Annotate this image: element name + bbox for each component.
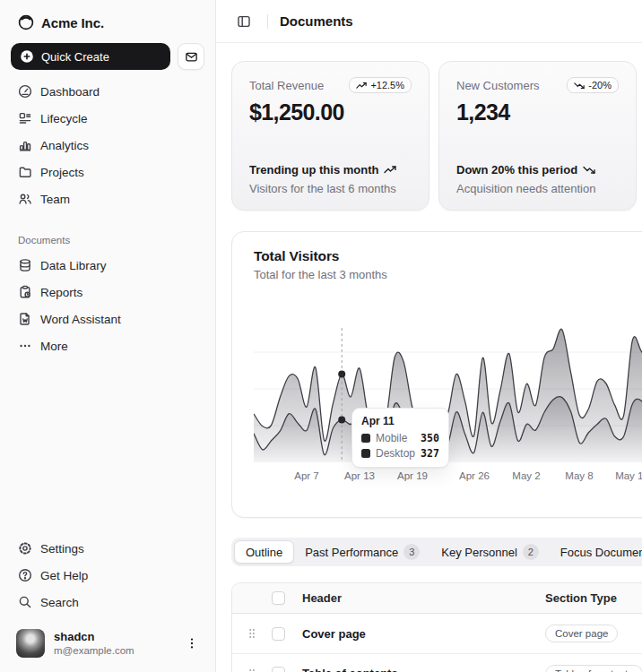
brand[interactable]: Acme Inc. — [11, 9, 204, 36]
sidebar-item-label: Settings — [40, 542, 84, 556]
sidebar-item-word-assistant[interactable]: Word Assistant — [11, 306, 204, 332]
inbox-button[interactable] — [178, 43, 204, 70]
page-title: Documents — [280, 13, 353, 29]
x-tick-label: Apr 26 — [453, 470, 496, 481]
file-icon — [18, 312, 32, 326]
help-icon — [18, 568, 32, 582]
search-icon — [18, 595, 32, 609]
sidebar-item-search[interactable]: Search — [11, 590, 204, 615]
brand-name: Acme Inc. — [41, 15, 104, 30]
users-icon — [18, 192, 32, 206]
tab-past-performance[interactable]: Past Performance 3 — [294, 540, 430, 564]
table-row: Table of contents Table of contents — [232, 653, 642, 672]
x-tick-label: Apr 19 — [391, 470, 434, 481]
quick-create-button[interactable]: Quick Create — [11, 43, 170, 70]
sidebar-item-label: More — [40, 340, 68, 353]
trending-down-icon — [583, 165, 595, 175]
sidebar-item-get-help[interactable]: Get Help — [11, 563, 204, 588]
acme-logo-icon — [18, 14, 34, 30]
column-section-type: Section Type — [545, 591, 642, 605]
tab-focus-documents[interactable]: Focus Documents — [550, 540, 642, 564]
tab-key-personnel[interactable]: Key Personnel 2 — [430, 540, 550, 564]
section-type-badge: Table of contents — [545, 665, 642, 672]
chart-x-axis: Apr 7Apr 13Apr 19Apr 26May 2May 8May 14 — [254, 470, 642, 490]
sidebar-item-lifecycle[interactable]: Lifecycle — [11, 106, 204, 131]
sidebar-item-data-library[interactable]: Data Library — [11, 253, 204, 278]
sidebar-spacer — [11, 360, 204, 536]
sidebar-item-label: Lifecycle — [40, 112, 88, 125]
view-tabs: Outline Past Performance 3 Key Personnel… — [231, 538, 642, 566]
stat-value: 1,234 — [456, 99, 619, 125]
drag-handle-icon[interactable] — [247, 667, 256, 672]
card-total-revenue: Total Revenue +12.5% $1,250.00 Trending … — [231, 61, 429, 211]
user-name: shadcn — [54, 630, 176, 644]
x-tick-label: May 8 — [558, 470, 601, 481]
table-header-row: Header Section Type — [232, 583, 642, 614]
tooltip-row-desktop: Desktop 327 — [361, 447, 439, 460]
x-tick-label: May 14 — [611, 470, 642, 481]
trending-up-icon — [356, 82, 367, 90]
panel-left-icon — [237, 14, 251, 29]
circle-plus-icon — [20, 49, 34, 64]
settings-icon — [18, 541, 32, 556]
main-content: Total Revenue +12.5% $1,250.00 Trending … — [216, 43, 642, 672]
app-shell: Acme Inc. Quick Create Dashboard — [0, 0, 642, 672]
trend-badge: -20% — [567, 77, 619, 93]
sidebar-item-label: Reports — [40, 286, 82, 299]
sidebar-item-more[interactable]: More — [11, 333, 204, 358]
sidebar-item-label: Analytics — [40, 139, 89, 152]
tab-count-badge: 2 — [523, 544, 539, 560]
sidebar-item-settings[interactable]: Settings — [11, 536, 204, 561]
row-checkbox[interactable] — [272, 627, 285, 641]
x-tick-label: Apr 7 — [285, 470, 328, 481]
sidebar-item-label: Data Library — [40, 259, 107, 272]
main-header: Documents — [216, 0, 642, 43]
quick-create-label: Quick Create — [41, 50, 109, 64]
main-area: Documents Total Revenue +12.5% $1,250.00 — [216, 0, 642, 672]
chart-title: Total Visitors — [254, 248, 642, 264]
sidebar-item-team[interactable]: Team — [11, 186, 204, 211]
table-row: Cover page Cover page — [232, 614, 642, 653]
desktop-swatch-icon — [361, 449, 370, 458]
stat-footer-title: Down 20% this period — [456, 163, 619, 177]
tooltip-date: Apr 11 — [361, 415, 439, 427]
tab-count-badge: 3 — [403, 544, 420, 560]
user-menu[interactable]: shadcn m@example.com — [11, 625, 204, 661]
trending-down-icon — [574, 82, 585, 90]
dashboard-icon — [18, 84, 32, 99]
sidebar: Acme Inc. Quick Create Dashboard — [0, 0, 216, 672]
analytics-icon — [18, 138, 32, 152]
dots-icon — [18, 339, 32, 353]
ellipsis-vertical-icon[interactable] — [185, 636, 199, 650]
lifecycle-icon — [18, 111, 32, 125]
row-checkbox[interactable] — [272, 667, 285, 672]
stat-label: Total Revenue — [249, 77, 324, 92]
sidebar-group-label: Documents — [11, 235, 204, 246]
sidebar-item-reports[interactable]: Reports — [11, 280, 204, 305]
sidebar-item-label: Projects — [40, 166, 84, 179]
tooltip-row-mobile: Mobile 350 — [361, 432, 439, 444]
chart-tooltip: Apr 11 Mobile 350 Desktop 327 — [351, 408, 449, 468]
user-email: m@example.com — [54, 644, 176, 657]
quick-create-row: Quick Create — [11, 43, 204, 70]
stat-footer-title: Trending up this month — [249, 163, 412, 177]
sidebar-item-projects[interactable]: Projects — [11, 159, 204, 185]
sections-table: Header Section Type Cover page Cover pag… — [231, 582, 642, 672]
column-header: Header — [295, 591, 545, 605]
sidebar-toggle-button[interactable] — [232, 10, 256, 33]
trending-up-icon — [384, 165, 396, 175]
stat-value: $1,250.00 — [249, 99, 412, 125]
row-title[interactable]: Table of contents — [295, 667, 545, 672]
sidebar-item-label: Team — [40, 193, 70, 206]
row-title[interactable]: Cover page — [295, 627, 545, 641]
mobile-swatch-icon — [361, 434, 370, 443]
drag-handle-icon[interactable] — [247, 626, 256, 641]
sidebar-item-analytics[interactable]: Analytics — [11, 133, 204, 158]
select-all-checkbox[interactable] — [272, 591, 285, 605]
tab-outline[interactable]: Outline — [234, 540, 294, 564]
sidebar-item-dashboard[interactable]: Dashboard — [11, 79, 204, 104]
database-icon — [18, 258, 32, 272]
header-divider — [267, 14, 268, 29]
area-chart[interactable]: Apr 7Apr 13Apr 19Apr 26May 2May 8May 14 … — [254, 319, 642, 490]
section-type-badge: Cover page — [545, 625, 618, 642]
